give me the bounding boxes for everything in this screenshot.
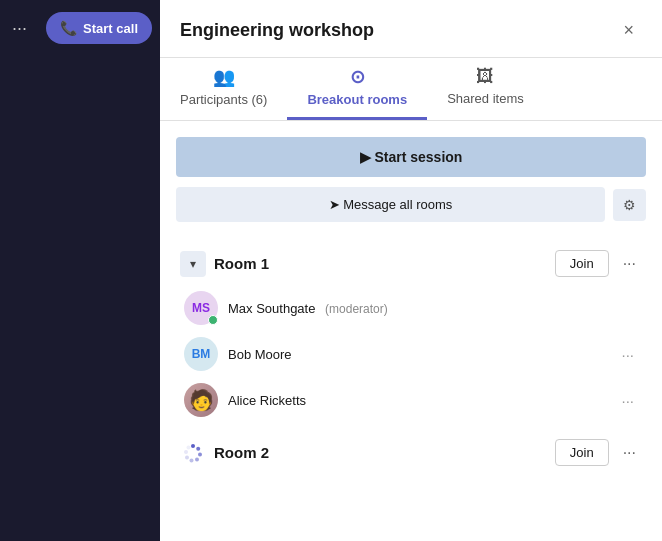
- start-call-button[interactable]: 📞 Start call: [46, 12, 152, 44]
- panel-header: Engineering workshop ×: [160, 0, 662, 58]
- svg-point-0: [191, 444, 195, 448]
- gear-icon: ⚙: [623, 197, 636, 213]
- participant-ms: MS Max Southgate (moderator): [176, 285, 646, 331]
- more-options-icon[interactable]: ···: [8, 14, 31, 43]
- avatar-bm: BM: [184, 337, 218, 371]
- room-2-right: Join ···: [555, 439, 642, 466]
- room-2-header: Room 2 Join ···: [176, 431, 646, 474]
- participant-ms-name: Max Southgate (moderator): [228, 301, 638, 316]
- room-1-join-button[interactable]: Join: [555, 250, 609, 277]
- participant-bm: BM Bob Moore ···: [176, 331, 646, 377]
- start-session-label: ▶ Start session: [360, 149, 463, 165]
- main-panel: Engineering workshop × 👥 Participants (6…: [160, 0, 662, 541]
- sidebar: ··· 📞 Start call: [0, 0, 160, 541]
- page-title: Engineering workshop: [180, 20, 374, 53]
- room-1-collapse-button[interactable]: ▾: [180, 251, 206, 277]
- avatar-bm-initials: BM: [192, 347, 211, 361]
- tab-participants[interactable]: 👥 Participants (6): [160, 58, 287, 120]
- room-1-name: Room 1: [214, 255, 269, 272]
- participant-ar-more-button[interactable]: ···: [617, 390, 638, 411]
- svg-point-7: [187, 445, 191, 449]
- breakout-icon: ⊙: [350, 66, 365, 88]
- tab-shared[interactable]: 🖼 Shared items: [427, 58, 544, 120]
- svg-point-3: [195, 457, 199, 461]
- settings-button[interactable]: ⚙: [613, 189, 646, 221]
- start-call-label: Start call: [83, 21, 138, 36]
- shared-icon: 🖼: [476, 66, 494, 87]
- room-1-left: ▾ Room 1: [180, 251, 269, 277]
- tab-participants-label: Participants (6): [180, 92, 267, 107]
- sidebar-top: ··· 📞 Start call: [8, 12, 152, 44]
- room-1-header: ▾ Room 1 Join ···: [176, 242, 646, 285]
- room-1-more-button[interactable]: ···: [617, 251, 642, 277]
- room-1-right: Join ···: [555, 250, 642, 277]
- message-all-row: ➤ Message all rooms ⚙: [176, 187, 646, 222]
- breakout-content: ▶ Start session ➤ Message all rooms ⚙ ▾ …: [160, 121, 662, 541]
- room-2-name: Room 2: [214, 444, 269, 461]
- avatar-ar: 🧑 🌙: [184, 383, 218, 417]
- svg-point-2: [198, 452, 202, 456]
- svg-point-4: [190, 458, 194, 462]
- start-session-button[interactable]: ▶ Start session: [176, 137, 646, 177]
- room-2-section: Room 2 Join ···: [176, 431, 646, 474]
- moon-badge: 🌙: [207, 407, 218, 417]
- phone-icon: 📞: [60, 20, 77, 36]
- avatar-ms: MS: [184, 291, 218, 325]
- participant-bm-name: Bob Moore: [228, 347, 607, 362]
- close-button[interactable]: ×: [615, 16, 642, 45]
- avatar-ms-initials: MS: [192, 301, 210, 315]
- online-indicator: [208, 315, 218, 325]
- svg-point-6: [184, 450, 188, 454]
- tab-breakout-label: Breakout rooms: [307, 92, 407, 107]
- svg-point-5: [185, 455, 189, 459]
- moderator-tag: (moderator): [325, 302, 388, 316]
- room-2-join-button[interactable]: Join: [555, 439, 609, 466]
- svg-point-1: [196, 446, 200, 450]
- room-2-loading-icon: [180, 440, 206, 466]
- room-2-left: Room 2: [180, 440, 269, 466]
- tab-breakout[interactable]: ⊙ Breakout rooms: [287, 58, 427, 120]
- message-all-label: ➤ Message all rooms: [329, 197, 453, 212]
- participant-ar: 🧑 🌙 Alice Ricketts ···: [176, 377, 646, 423]
- tab-shared-label: Shared items: [447, 91, 524, 106]
- message-all-button[interactable]: ➤ Message all rooms: [176, 187, 605, 222]
- tabs-bar: 👥 Participants (6) ⊙ Breakout rooms 🖼 Sh…: [160, 58, 662, 121]
- room-2-more-button[interactable]: ···: [617, 440, 642, 466]
- participants-icon: 👥: [213, 66, 235, 88]
- room-1-section: ▾ Room 1 Join ··· MS Max Southgat: [176, 242, 646, 423]
- participant-ar-name: Alice Ricketts: [228, 393, 607, 408]
- participant-bm-more-button[interactable]: ···: [617, 344, 638, 365]
